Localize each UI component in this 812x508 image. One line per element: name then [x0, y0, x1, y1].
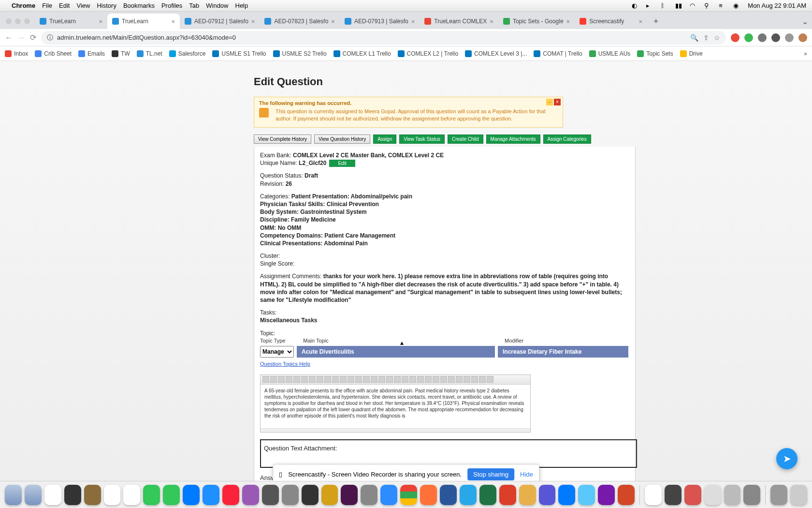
dock-app-icon[interactable] [282, 485, 299, 505]
dock-app-icon[interactable] [684, 485, 701, 505]
dock-app-icon[interactable] [578, 485, 595, 505]
browser-tab[interactable]: AED-07823 | Salesfo× [260, 14, 339, 29]
browser-tab[interactable]: TrueLearn× [107, 14, 180, 29]
editor-tool-icon[interactable] [293, 376, 300, 383]
dock-slack-icon[interactable] [341, 485, 358, 505]
editor-tool-icon[interactable] [464, 376, 470, 383]
bookmark[interactable]: Crib Sheet [35, 50, 72, 57]
dock-telegram-icon[interactable] [460, 485, 477, 505]
dock-excel-icon[interactable] [479, 485, 496, 505]
close-icon[interactable]: × [566, 18, 570, 25]
dock-app-icon[interactable] [539, 485, 556, 505]
menu-window[interactable]: Window [206, 2, 228, 9]
editor-tool-icon[interactable] [417, 376, 424, 383]
browser-tab[interactable]: TrueLearn× [35, 14, 107, 29]
share-icon[interactable]: ⇧ [703, 34, 709, 42]
bookmark[interactable]: TL.net [137, 50, 162, 57]
editor-resize-handle[interactable] [261, 428, 530, 432]
site-info-icon[interactable]: ⓘ [47, 33, 53, 42]
close-icon[interactable]: × [639, 18, 643, 25]
reload-button[interactable]: ⟳ [30, 33, 36, 42]
topic-type-select[interactable]: Manage [260, 346, 294, 358]
control-center-icon[interactable]: ≡ [719, 2, 726, 10]
close-icon[interactable]: × [251, 18, 255, 25]
question-text-editor[interactable]: A 65-year-old female presents to the off… [261, 385, 530, 428]
dock-podcasts-icon[interactable] [242, 485, 259, 505]
close-icon[interactable]: × [490, 18, 493, 25]
dock-app-icon[interactable] [645, 485, 662, 505]
dock-appstore-icon[interactable] [203, 485, 219, 505]
editor-tool-icon[interactable] [270, 376, 277, 383]
menu-view[interactable]: View [76, 2, 90, 9]
editor-tool-icon[interactable] [479, 376, 486, 383]
editor-tool-icon[interactable] [363, 376, 370, 383]
dock-calculator-icon[interactable] [302, 485, 319, 505]
view-complete-history-button[interactable]: View Complete History [254, 134, 311, 144]
browser-tab[interactable]: Topic Sets - Google× [498, 14, 575, 29]
editor-bold-icon[interactable] [332, 376, 339, 383]
dock-app-icon[interactable] [183, 485, 200, 505]
bookmark[interactable]: Drive [680, 50, 703, 57]
editor-tool-icon[interactable] [317, 376, 323, 383]
stop-sharing-button[interactable]: Stop sharing [467, 468, 514, 480]
battery-icon[interactable]: ▮▮ [675, 2, 683, 10]
browser-tab[interactable]: AED-07912 | Salesfo× [180, 14, 260, 29]
dock-calendar-icon[interactable] [44, 485, 61, 505]
view-task-status-button[interactable]: View Task Status [399, 134, 445, 144]
editor-tool-icon[interactable] [394, 376, 401, 383]
editor-tool-icon[interactable] [286, 376, 292, 383]
browser-tab[interactable]: AED-07913 | Salesfo× [340, 14, 420, 29]
dock-downloads-icon[interactable] [770, 485, 787, 505]
address-bar[interactable]: ⓘ admin.truelearn.net/Main/EditQuestion.… [41, 31, 726, 45]
extension-icon[interactable] [744, 33, 753, 42]
dock-reminders-icon[interactable] [123, 485, 140, 505]
star-icon[interactable]: ☆ [714, 34, 720, 42]
editor-tool-icon[interactable] [355, 376, 362, 383]
forward-button[interactable]: → [17, 33, 25, 42]
siri-icon[interactable]: ◉ [733, 2, 741, 10]
back-button[interactable]: ← [5, 33, 13, 42]
editor-tool-icon[interactable] [301, 376, 308, 383]
dock-powerpoint-icon[interactable] [618, 485, 635, 505]
editor-tool-icon[interactable] [471, 376, 478, 383]
editor-tool-icon[interactable] [433, 376, 439, 383]
bookmark[interactable]: COMLEX L2 | Trello [398, 50, 459, 57]
editor-tool-icon[interactable] [409, 376, 416, 383]
dock-chrome-icon[interactable] [400, 485, 417, 505]
dock-word-icon[interactable] [440, 485, 457, 505]
status-icon[interactable]: ◐ [632, 2, 639, 10]
floating-action-button[interactable]: ➤ [776, 448, 798, 469]
warning-minimize-icon[interactable]: – [546, 99, 553, 105]
dock-trash-icon[interactable] [790, 485, 807, 505]
editor-tool-icon[interactable] [262, 376, 269, 383]
bookmark[interactable]: USMLE S1 Trello [212, 50, 266, 57]
menu-bookmarks[interactable]: Bookmarks [123, 2, 155, 9]
editor-list-icon[interactable] [378, 376, 385, 383]
tab-overflow-icon[interactable]: ⌄ [802, 17, 808, 26]
window-controls[interactable] [6, 18, 30, 24]
editor-tool-icon[interactable] [425, 376, 432, 383]
edit-uniquename-button[interactable]: Edit [329, 160, 355, 167]
bookmark[interactable]: TW [112, 50, 130, 57]
dock-notes-icon[interactable] [104, 485, 121, 505]
menu-history[interactable]: History [97, 2, 116, 9]
bookmark[interactable]: USMLE AUs [589, 50, 631, 57]
bluetooth-icon[interactable]: ᛒ [661, 2, 668, 10]
editor-tool-icon[interactable] [309, 376, 316, 383]
dock-music-icon[interactable] [222, 485, 239, 505]
editor-tool-icon[interactable] [456, 376, 463, 383]
dock-launchpad-icon[interactable] [25, 485, 42, 505]
browser-tab[interactable]: Screencastify× [575, 14, 647, 29]
bookmark[interactable]: COMAT | Trello [534, 50, 582, 57]
manage-attachments-button[interactable]: Manage Attachments [486, 134, 540, 144]
bookmark[interactable]: Salesforce [169, 50, 206, 57]
status-icon[interactable]: ▸ [646, 2, 654, 10]
dock-app-icon[interactable] [64, 485, 81, 505]
editor-underline-icon[interactable] [348, 376, 354, 383]
editor-tool-icon[interactable] [402, 376, 408, 383]
menu-file[interactable]: File [42, 2, 52, 9]
browser-tab[interactable]: TrueLearn COMLEX× [420, 14, 498, 29]
menu-help[interactable]: Help [235, 2, 248, 9]
hide-sharebar-button[interactable]: Hide [520, 471, 533, 478]
dock-firefox-icon[interactable] [420, 485, 437, 505]
